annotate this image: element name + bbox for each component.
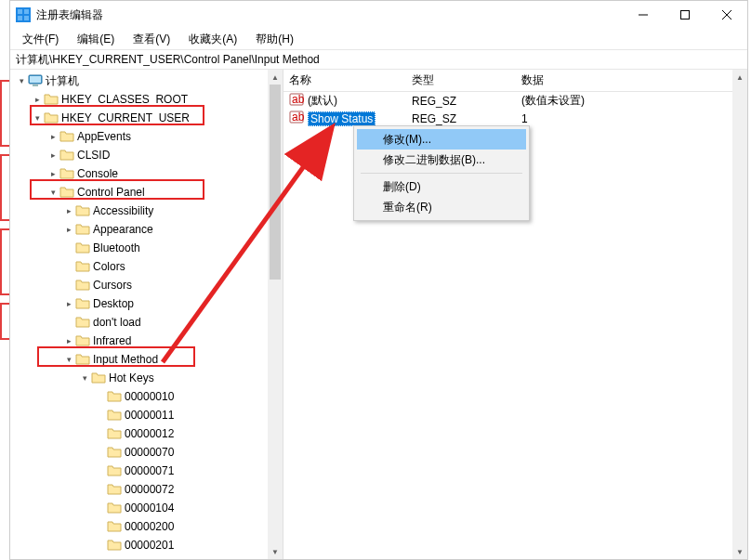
minimize-button[interactable] xyxy=(622,1,664,29)
svg-text:ab: ab xyxy=(292,93,304,106)
scroll-track[interactable] xyxy=(268,85,283,544)
left-edge-highlight-3: . xyxy=(0,228,9,295)
chevron-right-icon[interactable]: ▸ xyxy=(47,132,59,141)
tree-hotkey-item[interactable]: ▸00000071 xyxy=(10,462,283,480)
ctx-modify-binary[interactable]: 修改二进制数据(B)... xyxy=(357,150,526,170)
folder-icon xyxy=(75,241,90,255)
left-edge-highlight-2: . xyxy=(0,154,9,221)
chevron-down-icon[interactable]: ▾ xyxy=(16,76,27,85)
chevron-down-icon[interactable]: ▾ xyxy=(32,113,43,123)
string-value-icon: ab xyxy=(289,110,304,127)
tree-desktop[interactable]: ▸Desktop xyxy=(10,294,283,313)
scroll-up-icon[interactable]: ▲ xyxy=(732,70,747,85)
col-type[interactable]: 类型 xyxy=(406,70,516,91)
menu-file[interactable]: 文件(F) xyxy=(14,30,67,49)
folder-icon xyxy=(107,463,122,478)
window-title: 注册表编辑器 xyxy=(36,7,622,23)
tree-pane: ▾计算机 ▸HKEY_CLASSES_ROOT ▾HKEY_CURRENT_US… xyxy=(10,70,283,559)
menu-favorites[interactable]: 收藏夹(A) xyxy=(180,30,245,49)
tree-infrared[interactable]: ▸Infrared xyxy=(10,332,283,350)
close-button[interactable] xyxy=(705,1,747,29)
list-scrollbar[interactable]: ▲ ▼ xyxy=(732,70,747,559)
folder-icon xyxy=(75,278,90,293)
chevron-down-icon[interactable]: ▾ xyxy=(79,373,90,383)
tree-hotkey-item[interactable]: ▸00000104 xyxy=(10,499,283,517)
tree-hotkey-item[interactable]: ▸00000200 xyxy=(10,517,283,536)
list-header: 名称 类型 数据 xyxy=(283,70,747,92)
scroll-thumb[interactable] xyxy=(270,85,281,280)
folder-icon xyxy=(107,389,122,404)
scroll-up-icon[interactable]: ▲ xyxy=(268,70,283,85)
chevron-right-icon[interactable]: ▸ xyxy=(47,150,59,160)
tree-console[interactable]: ▸Console xyxy=(10,164,283,183)
tree-hotkey-item[interactable]: ▸00000011 xyxy=(10,406,283,424)
tree-scrollbar[interactable]: ▲ ▼ xyxy=(268,70,283,559)
ctx-separator xyxy=(361,173,522,174)
computer-icon xyxy=(28,73,43,88)
chevron-right-icon[interactable]: ▸ xyxy=(63,225,74,234)
ctx-delete[interactable]: 删除(D) xyxy=(357,176,526,197)
value-row-default[interactable]: ab(默认) REG_SZ (数值未设置) xyxy=(283,92,747,110)
app-icon xyxy=(16,7,31,22)
chevron-right-icon[interactable]: ▸ xyxy=(63,206,74,215)
chevron-right-icon[interactable]: ▸ xyxy=(63,336,74,345)
tree-hotkey-item[interactable]: ▸00000012 xyxy=(10,424,283,443)
col-data[interactable]: 数据 xyxy=(516,70,747,91)
tree-hkcr[interactable]: ▸HKEY_CLASSES_ROOT xyxy=(10,90,283,109)
col-name[interactable]: 名称 xyxy=(283,70,406,91)
ctx-modify[interactable]: 修改(M)... xyxy=(357,129,526,150)
tree-appevents[interactable]: ▸AppEvents xyxy=(10,127,283,146)
tree-control-panel[interactable]: ▾Control Panel xyxy=(10,183,283,202)
tree-dontload[interactable]: ▸don't load xyxy=(10,313,283,332)
tree-clsid[interactable]: ▸CLSID xyxy=(10,146,283,164)
chevron-right-icon[interactable]: ▸ xyxy=(63,299,74,308)
tree-colors[interactable]: ▸Colors xyxy=(10,257,283,276)
values-pane: 名称 类型 数据 ab(默认) REG_SZ (数值未设置) abShow St… xyxy=(283,70,747,559)
tree-hkcu[interactable]: ▾HKEY_CURRENT_USER xyxy=(10,109,283,127)
tree-input-method[interactable]: ▾Input Method xyxy=(10,350,283,369)
scroll-down-icon[interactable]: ▼ xyxy=(268,544,283,559)
tree-bluetooth[interactable]: ▸Bluetooth xyxy=(10,239,283,257)
menu-help[interactable]: 帮助(H) xyxy=(247,30,302,49)
tree-appearance[interactable]: ▸Appearance xyxy=(10,220,283,239)
tree-root-computer[interactable]: ▾计算机 xyxy=(10,72,283,90)
folder-icon xyxy=(59,166,74,181)
tree-hotkey-item[interactable]: ▸00000072 xyxy=(10,480,283,499)
svg-rect-4 xyxy=(24,16,29,20)
tree-hotkey-item[interactable]: ▸00000010 xyxy=(10,387,283,406)
folder-icon xyxy=(44,92,59,107)
tree-cursors[interactable]: ▸Cursors xyxy=(10,276,283,294)
folder-icon xyxy=(91,371,106,385)
chevron-right-icon[interactable]: ▸ xyxy=(32,95,43,104)
string-value-icon: ab xyxy=(289,92,304,110)
chevron-down-icon[interactable]: ▾ xyxy=(63,355,74,364)
menu-view[interactable]: 查看(V) xyxy=(125,30,178,49)
svg-rect-10 xyxy=(30,76,41,83)
address-bar[interactable]: 计算机\HKEY_CURRENT_USER\Control Panel\Inpu… xyxy=(10,49,747,70)
svg-rect-2 xyxy=(24,9,29,14)
tree-hotkeys[interactable]: ▾Hot Keys xyxy=(10,369,283,387)
menu-edit[interactable]: 编辑(E) xyxy=(69,30,123,49)
folder-icon xyxy=(107,408,122,423)
scroll-down-icon[interactable]: ▼ xyxy=(732,544,747,559)
titlebar: 注册表编辑器 xyxy=(10,1,747,29)
context-menu: 修改(M)... 修改二进制数据(B)... 删除(D) 重命名(R) xyxy=(353,125,530,221)
tree-hotkey-item[interactable]: ▸00000070 xyxy=(10,443,283,462)
tree-accessibility[interactable]: ▸Accessibility xyxy=(10,202,283,220)
tree-hotkey-item[interactable]: ▸00000201 xyxy=(10,536,283,554)
folder-icon xyxy=(59,129,74,144)
ctx-rename[interactable]: 重命名(R) xyxy=(357,197,526,217)
folder-icon xyxy=(75,222,90,237)
chevron-right-icon[interactable]: ▸ xyxy=(47,169,59,178)
svg-text:ab: ab xyxy=(292,111,304,124)
maximize-button[interactable] xyxy=(664,1,705,29)
scroll-track[interactable] xyxy=(732,85,747,544)
folder-icon xyxy=(44,111,59,125)
folder-icon xyxy=(75,333,90,348)
address-path: 计算机\HKEY_CURRENT_USER\Control Panel\Inpu… xyxy=(16,52,320,68)
chevron-down-icon[interactable]: ▾ xyxy=(47,188,59,197)
folder-icon xyxy=(75,296,90,311)
svg-rect-3 xyxy=(18,16,22,20)
svg-rect-11 xyxy=(33,85,38,86)
regedit-window: 注册表编辑器 文件(F) 编辑(E) 查看(V) 收藏夹(A) 帮助(H) 计算… xyxy=(9,0,748,560)
